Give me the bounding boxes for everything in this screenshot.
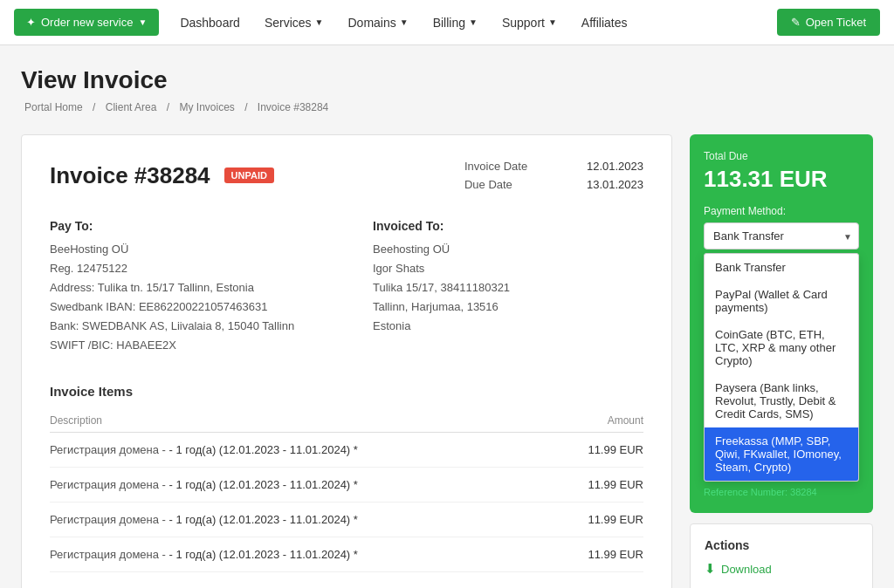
item-amount: 11.99 EUR xyxy=(553,537,643,571)
amount-col-header: Amount xyxy=(553,409,643,433)
dropdown-item[interactable]: Paysera (Bank links, Revolut, Trustly, D… xyxy=(705,374,858,427)
invoiced-to-detail: Beehosting OÜIgor ShatsTulika 15/17, 384… xyxy=(373,240,643,336)
billing-caret-icon: ▼ xyxy=(469,17,478,27)
item-amount: 11.99 EUR xyxy=(553,432,643,467)
download-label: Download xyxy=(721,563,772,576)
nav-domains[interactable]: Domains ▼ xyxy=(337,9,418,37)
item-description: Регистрация домена - - 1 год(а) (12.01.2… xyxy=(50,432,553,467)
due-date-row: Due Date 13.01.2023 xyxy=(464,178,643,191)
due-date-value: 13.01.2023 xyxy=(587,178,643,191)
actions-section: Actions ⬇ Download xyxy=(690,523,873,588)
ticket-icon: ✎ xyxy=(791,16,801,29)
breadcrumb: Portal Home / Client Area / My Invoices … xyxy=(21,101,873,113)
table-row: Регистрация домена - - 1 год(а) (12.01.2… xyxy=(50,432,643,467)
item-description: Регистрация домена - - 1 год(а) (12.01.2… xyxy=(50,467,553,502)
due-date-label: Due Date xyxy=(464,178,552,191)
actions-title: Actions xyxy=(705,538,858,552)
order-new-service-button[interactable]: ✦ Order new service ▼ xyxy=(14,9,159,36)
invoice-number: Invoice #38284 xyxy=(50,162,210,189)
invoice-parties: Pay To: BeeHosting OÜReg. 12475122Addres… xyxy=(50,219,643,356)
right-panel: Total Due 113.31 EUR Payment Method: Ban… xyxy=(690,134,873,588)
order-icon: ✦ xyxy=(26,16,36,29)
invoice-dates: Invoice Date 12.01.2023 Due Date 13.01.2… xyxy=(464,160,643,191)
services-caret-icon: ▼ xyxy=(315,17,324,27)
dropdown-item[interactable]: Freekassa (MMP, SBP, Qiwi, FKwallet, IOm… xyxy=(705,427,858,481)
invoice-date-row: Invoice Date 12.01.2023 xyxy=(464,160,643,173)
dropdown-item[interactable]: CoinGate (BTC, ETH, LTC, XRP & many othe… xyxy=(705,321,858,374)
invoice-items-table: Description Amount Регистрация домена - … xyxy=(50,409,643,572)
download-icon: ⬇ xyxy=(705,561,716,577)
table-row: Регистрация домена - - 1 год(а) (12.01.2… xyxy=(50,467,643,502)
pay-to-section: Pay To: BeeHosting OÜReg. 12475122Addres… xyxy=(50,219,320,356)
payment-select-wrapper: Bank TransferPayPal (Wallet & Card payme… xyxy=(704,222,859,250)
download-link[interactable]: ⬇ Download xyxy=(705,561,858,577)
nav-affiliates[interactable]: Affiliates xyxy=(571,9,638,37)
nav-dashboard[interactable]: Dashboard xyxy=(169,9,251,37)
dropdown-item[interactable]: Bank Transfer xyxy=(705,254,858,281)
main-layout: Invoice #38284 UNPAID Invoice Date 12.01… xyxy=(21,134,873,588)
payment-method-select[interactable]: Bank TransferPayPal (Wallet & Card payme… xyxy=(704,222,859,250)
domains-caret-icon: ▼ xyxy=(400,17,409,27)
payment-method-label: Payment Method: xyxy=(704,205,859,217)
total-amount: 113.31 EUR xyxy=(704,166,859,193)
order-caret-icon: ▼ xyxy=(138,17,147,27)
reference-text: Reference Number: 38284 xyxy=(704,487,859,497)
dropdown-item[interactable]: PayPal (Wallet & Card payments) xyxy=(705,281,858,321)
invoice-card: Invoice #38284 UNPAID Invoice Date 12.01… xyxy=(21,134,672,588)
support-caret-icon: ▼ xyxy=(548,17,557,27)
nav-support[interactable]: Support ▼ xyxy=(492,9,567,37)
invoice-items-title: Invoice Items xyxy=(50,384,643,399)
pay-to-title: Pay To: xyxy=(50,219,320,233)
item-description: Регистрация домена - - 1 год(а) (12.01.2… xyxy=(50,502,553,537)
total-label: Total Due xyxy=(704,150,859,162)
invoice-header: Invoice #38284 UNPAID Invoice Date 12.01… xyxy=(50,160,643,191)
table-row: Регистрация домена - - 1 год(а) (12.01.2… xyxy=(50,537,643,571)
invoice-date-label: Invoice Date xyxy=(464,160,552,173)
pay-to-detail: BeeHosting OÜReg. 12475122Address: Tulik… xyxy=(50,240,320,356)
description-col-header: Description xyxy=(50,409,553,433)
nav-billing[interactable]: Billing ▼ xyxy=(423,9,488,37)
item-amount: 11.99 EUR xyxy=(553,467,643,502)
invoiced-to-section: Invoiced To: Beehosting OÜIgor ShatsTuli… xyxy=(373,219,643,356)
total-card: Total Due 113.31 EUR Payment Method: Ban… xyxy=(690,134,873,513)
nav-services[interactable]: Services ▼ xyxy=(254,9,334,37)
navbar: ✦ Order new service ▼ Dashboard Services… xyxy=(0,0,894,45)
table-row: Регистрация домена - - 1 год(а) (12.01.2… xyxy=(50,502,643,537)
item-description: Регистрация домена - - 1 год(а) (12.01.2… xyxy=(50,537,553,571)
invoice-date-value: 12.01.2023 xyxy=(587,160,643,173)
open-ticket-button[interactable]: ✎ Open Ticket xyxy=(777,9,880,36)
item-amount: 11.99 EUR xyxy=(553,502,643,537)
status-badge: UNPAID xyxy=(224,168,274,183)
invoiced-to-title: Invoiced To: xyxy=(373,219,643,233)
payment-dropdown: Bank TransferPayPal (Wallet & Card payme… xyxy=(704,253,859,482)
page-title: View Invoice xyxy=(21,66,873,94)
